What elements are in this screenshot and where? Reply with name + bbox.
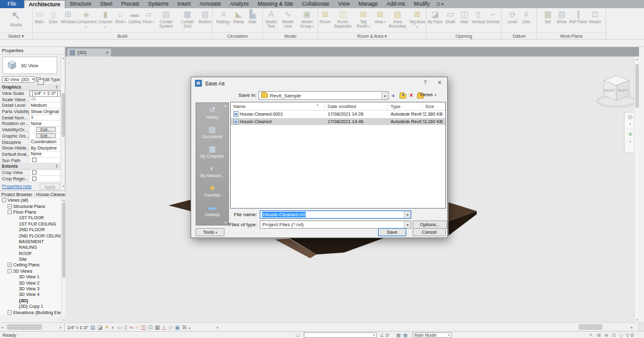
ribbon-button-level[interactable]: ⊖Level: [506, 9, 519, 24]
ribbon-tab-insert[interactable]: Insert: [173, 0, 195, 8]
ribbon-button-railing[interactable]: ≡Railing ▾: [216, 9, 232, 25]
scale-control[interactable]: 1/4" = 1'-0": [67, 325, 88, 330]
back-icon[interactable]: ◂: [391, 92, 394, 99]
temporary-hide-isolate-icon[interactable]: ⊡: [148, 324, 152, 332]
scroll-left-icon[interactable]: ◂: [216, 325, 218, 329]
property-value[interactable]: [30, 158, 60, 164]
render-icon[interactable]: ▯: [125, 324, 128, 332]
checkbox[interactable]: [32, 170, 36, 175]
active-workset-combo[interactable]: ▾: [304, 332, 377, 338]
ribbon-button-tag-area[interactable]: ⊠Tag Area ▾: [408, 9, 426, 29]
tree-item-elevations-building-eleva[interactable]: −Elevations (Building Eleva: [0, 309, 65, 315]
property-value[interactable]: 1/4" = 1'-0": [30, 90, 60, 97]
ribbon-button-room-separator[interactable]: ◫Room Separator: [332, 9, 353, 29]
ribbon-panel-label-model[interactable]: Model: [263, 32, 318, 39]
ribbon-button-ramp[interactable]: ◣Ramp: [231, 9, 245, 24]
ribbon-button-show[interactable]: ▤Show: [555, 9, 569, 24]
property-value[interactable]: None: [30, 151, 60, 158]
ribbon-panel-label-room-area[interactable]: Room & Area ▾: [318, 32, 426, 39]
design-option-combo[interactable]: Main Model▾: [413, 332, 452, 338]
scroll-up-icon[interactable]: ▴: [635, 57, 639, 61]
property-value[interactable]: Show Original: [30, 109, 60, 115]
file-name-input[interactable]: House-Cleaned.rvt ▾: [260, 210, 411, 219]
ribbon-button-by-face[interactable]: ◪By Face: [427, 9, 443, 24]
locked-3d-icon[interactable]: ◫: [141, 324, 146, 332]
checkbox[interactable]: [32, 177, 36, 181]
canvas-vertical-scrollbar[interactable]: ▴ ▾: [634, 57, 639, 322]
views-menu-button[interactable]: Views ▾: [419, 92, 436, 97]
ribbon-button-ref-plane[interactable]: ∥Ref Plane: [569, 9, 588, 24]
design-options-icon[interactable]: ▦: [396, 332, 401, 338]
tree-item-3d-view-4[interactable]: 3D View 4: [0, 292, 65, 297]
close-view-tab-icon[interactable]: ×: [106, 50, 109, 55]
ribbon-button-modify[interactable]: ↖Modify: [9, 9, 23, 27]
file-row-house-cleaned[interactable]: RHouse-Cleaned17/08/2021 14:46Autodesk R…: [231, 118, 445, 126]
ribbon-button-tag-room[interactable]: ⊠Tag Room ▾: [353, 9, 373, 29]
up-one-level-icon[interactable]: ▲: [399, 93, 406, 101]
tree-item-railing[interactable]: RAILING: [0, 244, 65, 250]
property-value[interactable]: Coordination: [30, 139, 60, 146]
view-cube[interactable]: FRONT RIGHT: [596, 72, 637, 111]
ribbon-button-floor[interactable]: ▱Floor ▾: [142, 9, 155, 25]
expand-icon[interactable]: +: [8, 263, 12, 267]
ribbon-button-model-line[interactable]: ∿Model Line: [279, 9, 296, 29]
ribbon-button-set[interactable]: ▦Set: [541, 9, 555, 24]
temporary-view-properties-icon[interactable]: △: [162, 324, 167, 332]
sun-path-icon[interactable]: ◐: [111, 324, 114, 332]
scroll-up-icon[interactable]: ▴: [61, 56, 65, 60]
tree-item-3d-views[interactable]: −3D Views: [0, 268, 65, 274]
collapse-icon[interactable]: −: [2, 198, 6, 202]
ribbon-button-area-boundary[interactable]: ▨Area Boundary: [387, 9, 408, 29]
save-button[interactable]: Save: [378, 228, 406, 236]
property-value[interactable]: [30, 170, 60, 176]
ribbon-button-roof[interactable]: ⌂Roof ▾: [114, 9, 128, 25]
tree-item-3d-view-3[interactable]: 3D View 3: [0, 286, 65, 292]
reveal-constraints-icon[interactable]: ⊠: [182, 324, 186, 332]
zoom-icon[interactable]: ⊕: [628, 131, 633, 138]
view-tab-3d[interactable]: {3D} ×: [67, 48, 112, 57]
tree-item-1st-flr-ceiling[interactable]: 1ST FLR CEILING: [0, 221, 65, 227]
ribbon-tab-steel[interactable]: Steel: [96, 0, 116, 8]
ribbon-panel-label-build[interactable]: Build: [33, 32, 212, 39]
column-header-name[interactable]: Name▴: [231, 102, 325, 110]
save-in-combo[interactable]: Revit_Sample ▾: [258, 91, 389, 100]
steering-wheel-icon[interactable]: ◎: [628, 114, 633, 120]
tree-item-1st-floor[interactable]: 1ST FLOOR: [0, 215, 65, 221]
ribbon-button-area[interactable]: ⊠Area ▾: [373, 9, 387, 25]
tree-item-basement[interactable]: BASEMENT: [0, 239, 65, 244]
show-crop-icon[interactable]: ▤: [90, 324, 95, 332]
ribbon-button-shaft[interactable]: ▭Shaft: [443, 9, 457, 24]
ribbon-panel-label-circulation[interactable]: Circulation: [213, 32, 262, 39]
scroll-down-icon[interactable]: ▾: [61, 184, 65, 188]
tree-item-floor-plans[interactable]: −Floor Plans: [0, 209, 65, 215]
tree-item-ceiling-plans[interactable]: +Ceiling Plans: [0, 262, 65, 268]
column-header-date-modified[interactable]: Date modified: [325, 102, 388, 110]
cancel-button[interactable]: Cancel: [413, 228, 446, 236]
ribbon-button-grid[interactable]: #Grid: [519, 9, 533, 24]
help-button[interactable]: ?: [421, 79, 430, 85]
shadows-icon[interactable]: ▭: [117, 324, 122, 332]
ribbon-button-dormer[interactable]: ⌐Dormer: [486, 9, 501, 24]
hide-analytical-model-icon[interactable]: ◇: [169, 324, 173, 332]
ribbon-tab-collaborate[interactable]: Collaborate: [297, 0, 333, 8]
delete-icon[interactable]: ×: [409, 92, 413, 99]
apply-button[interactable]: Apply: [40, 183, 60, 190]
select-underlay-icon[interactable]: ⊞: [597, 332, 601, 338]
edit-button[interactable]: Edit...: [36, 127, 56, 132]
ribbon-panel-label-opening[interactable]: Opening: [426, 32, 501, 39]
tree-item-views-all[interactable]: −Views (all): [0, 197, 65, 203]
ribbon-button-window[interactable]: ⊞Window: [60, 9, 75, 24]
file-list[interactable]: Name▴Date modifiedTypeSize RHouse-Cleane…: [230, 102, 446, 209]
file-row-house-cleaned-0001[interactable]: RHouse-Cleaned.000117/08/2021 14:26Autod…: [231, 111, 445, 118]
select-by-face-icon[interactable]: ⊡: [612, 332, 616, 338]
expand-icon[interactable]: +: [8, 204, 12, 209]
ribbon-tab-architecture[interactable]: Architecture: [24, 0, 65, 8]
worksets-icon[interactable]: ▭: [296, 332, 300, 338]
ribbon-tab-structure[interactable]: Structure: [65, 0, 96, 8]
select-links-icon[interactable]: ↖: [589, 332, 593, 338]
property-value[interactable]: 48: [30, 97, 60, 103]
chevron-down-icon[interactable]: ▾: [630, 121, 631, 127]
place-my-computer[interactable]: ▦My Computer: [196, 142, 228, 161]
tree-item-site[interactable]: Site: [0, 256, 65, 262]
place-favorites[interactable]: ★Favorites: [196, 181, 228, 200]
